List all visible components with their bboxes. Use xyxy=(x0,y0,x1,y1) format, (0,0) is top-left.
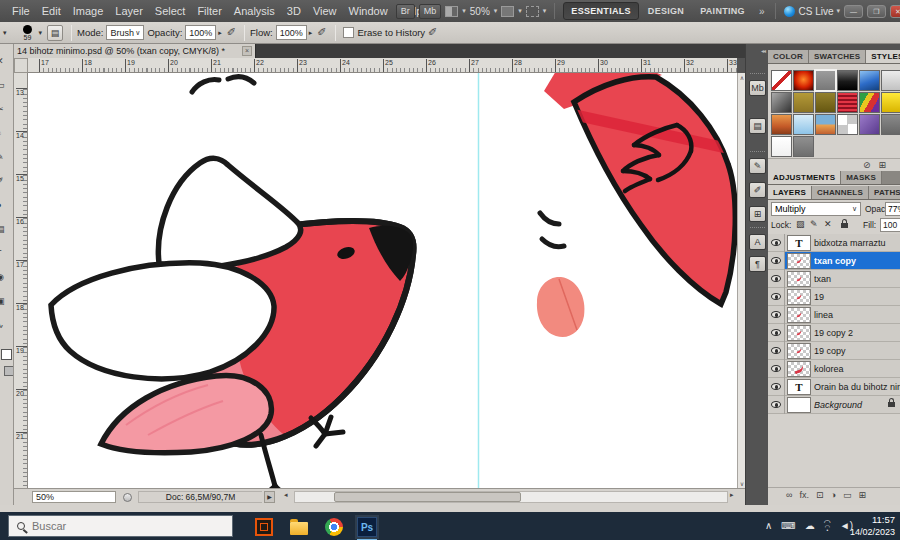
menu-file[interactable]: File xyxy=(6,0,36,22)
layer-row-txan[interactable]: txan xyxy=(768,270,900,288)
layer-opacity-input[interactable]: 77% xyxy=(885,202,900,216)
minimize-button[interactable]: — xyxy=(844,5,863,18)
opacity-input[interactable]: 100% xyxy=(185,25,216,40)
style-purple[interactable] xyxy=(859,114,880,135)
cs-live-button[interactable]: CS Live ▾ xyxy=(784,6,840,17)
taskbar-search[interactable] xyxy=(8,515,233,537)
vertical-ruler[interactable]: 131415161718192021 xyxy=(14,73,28,488)
tab-adjustments[interactable]: ADJUSTMENTS xyxy=(768,171,841,184)
visibility-toggle[interactable] xyxy=(768,252,785,270)
view-extras-dropdown[interactable]: ▾ xyxy=(462,7,466,15)
style-olive[interactable] xyxy=(793,92,814,113)
taskbar-photoshop[interactable]: Ps xyxy=(355,515,379,539)
workspace-overflow-button[interactable]: » xyxy=(756,6,768,17)
layer-row-background[interactable]: Background xyxy=(768,396,900,414)
tab-paths[interactable]: PATHS xyxy=(869,186,900,199)
layer-style-icon[interactable]: fx. xyxy=(799,490,809,501)
tab-color[interactable]: COLOR xyxy=(768,50,809,63)
visibility-toggle[interactable] xyxy=(768,324,785,342)
layer-row-txan-copy[interactable]: txan copy xyxy=(768,252,900,270)
arrange-documents-dropdown[interactable]: ▾ xyxy=(518,7,522,15)
visibility-toggle[interactable] xyxy=(768,234,785,252)
wifi-icon[interactable]: ◠◠• xyxy=(824,521,831,532)
lock-transparency-icon[interactable]: ▨ xyxy=(796,219,805,229)
menu-layer[interactable]: Layer xyxy=(109,0,149,22)
onedrive-icon[interactable]: ☁ xyxy=(805,521,815,531)
tab-styles[interactable]: STYLES xyxy=(866,50,900,63)
link-layers-icon[interactable]: ∞ xyxy=(786,490,792,501)
tool-icon-5[interactable]: ✐ xyxy=(0,176,12,186)
tab-layers[interactable]: LAYERS xyxy=(768,186,812,199)
horizontal-ruler[interactable]: 1718192021222324252627282930313233 xyxy=(28,58,737,73)
tools-panel[interactable]: ✕▭✂◌✎✐◑▤T◉▣∿ xyxy=(0,44,14,507)
style-white[interactable] xyxy=(771,136,792,157)
mode-select[interactable]: Brush ∨ xyxy=(106,25,144,40)
brush-picker-dropdown[interactable]: ▾ xyxy=(39,29,43,37)
lock-pixels-icon[interactable]: ✎ xyxy=(810,219,818,229)
lock-all-icon[interactable] xyxy=(841,223,848,228)
style-sunset[interactable] xyxy=(815,114,836,135)
style-sky-blue[interactable] xyxy=(793,114,814,135)
visibility-toggle[interactable] xyxy=(768,360,785,378)
style-yellow[interactable] xyxy=(881,92,900,113)
close-button[interactable]: ✕ xyxy=(890,5,900,18)
tab-channels[interactable]: CHANNELS xyxy=(812,186,869,199)
style-sunset-orange[interactable] xyxy=(771,114,792,135)
foreground-color-swatch[interactable] xyxy=(1,349,12,360)
character-panel-icon[interactable]: A xyxy=(749,234,766,250)
adjustment-layer-icon[interactable]: ◑ xyxy=(830,490,835,501)
layer-row-orain-ba-du-bihotz-nimino[interactable]: TOrain ba du bihotz nimino xyxy=(768,378,900,396)
style-dark-gradient[interactable] xyxy=(771,92,792,113)
tab-swatches[interactable]: SWATCHES xyxy=(809,50,866,63)
visibility-toggle[interactable] xyxy=(768,270,785,288)
style-mid-gray[interactable] xyxy=(793,136,814,157)
layer-row-19[interactable]: 19 xyxy=(768,288,900,306)
style-dark-gray[interactable] xyxy=(881,114,900,135)
layer-row-bidxotza-marraztu[interactable]: Tbidxotza marraztu xyxy=(768,234,900,252)
toggle-brush-panel-button[interactable]: ▤ xyxy=(47,25,63,41)
tool-icon-2[interactable]: ✂ xyxy=(0,104,12,114)
zoom-level-control[interactable]: 50% xyxy=(470,6,490,17)
tool-preset-dropdown[interactable]: ▾ xyxy=(3,29,7,37)
screen-mode-dropdown[interactable]: ▾ xyxy=(543,7,547,15)
style-transparent[interactable] xyxy=(837,114,858,135)
new-layer-icon[interactable]: ⊞ xyxy=(858,490,866,501)
style-gray[interactable] xyxy=(815,70,836,91)
menu-window[interactable]: Window xyxy=(343,0,394,22)
taskbar-chrome[interactable] xyxy=(322,515,346,539)
document-canvas[interactable] xyxy=(28,73,737,488)
airbrush-opacity-icon[interactable]: ✐ xyxy=(227,26,236,39)
menu-view[interactable]: View xyxy=(307,0,343,22)
style-dark-olive[interactable] xyxy=(815,92,836,113)
visibility-toggle[interactable] xyxy=(768,288,785,306)
clear-style-icon[interactable]: ⊘ xyxy=(863,160,871,171)
menu-select[interactable]: Select xyxy=(149,0,192,22)
style-black-gloss[interactable] xyxy=(837,70,858,91)
tool-icon-3[interactable]: ◌ xyxy=(0,128,12,138)
style-red-glow[interactable] xyxy=(793,70,814,91)
menu-analysis[interactable]: Analysis xyxy=(228,0,281,22)
workspace-essentials[interactable]: ESSENTIALS xyxy=(563,2,639,20)
tool-icon-10[interactable]: ▣ xyxy=(0,296,12,306)
close-document-icon[interactable]: × xyxy=(242,46,252,56)
menu-filter[interactable]: Filter xyxy=(191,0,227,22)
erase-to-history-checkbox[interactable] xyxy=(343,27,354,38)
zoom-dropdown[interactable]: ▾ xyxy=(494,7,498,15)
status-zoom-input[interactable]: 50% xyxy=(32,491,116,503)
tool-icon-0[interactable]: ✕ xyxy=(0,56,12,66)
airbrush-tablet-icon[interactable]: ✐ xyxy=(428,26,437,39)
input-language-icon[interactable]: ⌨ xyxy=(781,521,795,531)
blend-mode-select[interactable]: Multiply ∨ xyxy=(771,202,861,216)
tool-icon-6[interactable]: ◑ xyxy=(0,200,12,210)
arrange-documents-icon[interactable] xyxy=(501,6,514,17)
vertical-scrollbar[interactable]: ∧ ∨ xyxy=(737,73,745,488)
tool-icon-8[interactable]: T xyxy=(0,248,12,258)
tab-masks[interactable]: MASKS xyxy=(841,171,882,184)
visibility-toggle[interactable] xyxy=(768,378,785,396)
workspace-painting[interactable]: PAINTING xyxy=(693,3,752,19)
lock-position-icon[interactable]: ✕ xyxy=(824,219,832,229)
menu-edit[interactable]: Edit xyxy=(36,0,67,22)
tool-icon-7[interactable]: ▤ xyxy=(0,224,12,234)
screen-mode-icon[interactable] xyxy=(526,6,539,17)
background-color-swatch[interactable] xyxy=(4,366,14,376)
